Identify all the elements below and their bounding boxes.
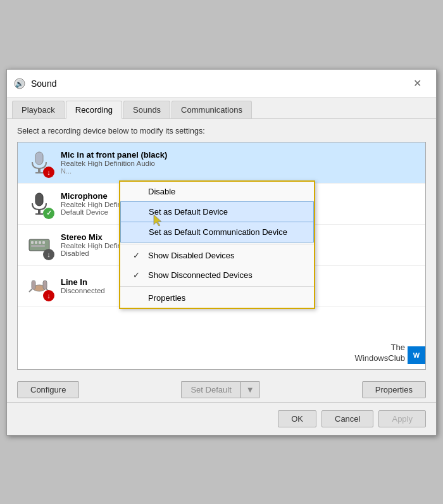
watermark-logo: W <box>408 346 425 364</box>
svg-rect-3 <box>38 168 41 172</box>
svg-rect-5 <box>35 193 43 206</box>
svg-rect-9 <box>31 241 34 244</box>
ctx-set-default-comm[interactable]: Set as Default Communication Device <box>120 222 314 243</box>
ctx-label-set-default-comm: Set as Default Communication Device <box>149 227 287 237</box>
tab-bar: Playback Recording Sounds Communications <box>7 98 436 119</box>
device-icon-4: ↓ <box>24 271 54 301</box>
tab-communications[interactable]: Communications <box>172 101 252 118</box>
svg-rect-4 <box>35 172 43 173</box>
device-driver-1: Realtek High Definition Audio <box>61 160 419 167</box>
ctx-disable[interactable]: Disable <box>120 182 314 201</box>
main-content: Select a recording device below to modif… <box>7 119 436 377</box>
status-badge-3: ↓ <box>43 249 54 260</box>
svg-rect-12 <box>42 241 45 244</box>
apply-button[interactable]: Apply <box>378 410 426 427</box>
title-bar: 🔊 Sound ✕ <box>7 70 436 98</box>
ctx-label-show-disconnected: Show Disconnected Devices <box>148 270 253 280</box>
device-icon-1: ↓ <box>24 148 54 178</box>
svg-text:🔊: 🔊 <box>15 79 24 88</box>
ctx-divider-2 <box>120 286 314 287</box>
action-buttons: OK Cancel Apply <box>278 410 426 427</box>
configure-button[interactable]: Configure <box>17 381 79 398</box>
tab-recording[interactable]: Recording <box>66 101 122 119</box>
watermark-text: The WindowsClub <box>355 343 405 364</box>
dialog-buttons: OK Cancel Apply <box>7 402 436 435</box>
svg-rect-18 <box>43 280 47 289</box>
svg-rect-7 <box>35 213 43 215</box>
ctx-divider-1 <box>120 244 314 244</box>
ctx-show-disconnected[interactable]: ✓ Show Disconnected Devices <box>120 265 314 285</box>
svg-rect-10 <box>35 241 37 244</box>
properties-button[interactable]: Properties <box>362 381 426 398</box>
ctx-show-disabled[interactable]: ✓ Show Disabled Devices <box>120 246 314 265</box>
sound-icon: 🔊 <box>13 77 26 90</box>
set-default-arrow-button[interactable]: ▼ <box>240 381 260 398</box>
svg-rect-6 <box>38 210 41 213</box>
tab-playback[interactable]: Playback <box>12 101 65 118</box>
device-item[interactable]: ↓ Mic in at front panel (black) Realtek … <box>18 142 425 184</box>
svg-rect-17 <box>32 280 35 289</box>
svg-rect-11 <box>39 241 41 244</box>
instruction-text: Select a recording device below to modif… <box>17 127 426 135</box>
cursor-arrow <box>153 213 164 227</box>
device-icon-2: ✓ <box>24 189 54 219</box>
svg-rect-2 <box>35 152 43 165</box>
svg-marker-19 <box>154 215 161 226</box>
ctx-label-disable: Disable <box>148 187 175 196</box>
ctx-check-show-disabled: ✓ <box>133 251 143 260</box>
ok-button[interactable]: OK <box>278 410 316 427</box>
set-default-button[interactable]: Set Default <box>181 381 240 398</box>
window-title: Sound <box>31 79 404 89</box>
device-list: ↓ Mic in at front panel (black) Realtek … <box>17 142 426 370</box>
context-menu: Disable Set as Default Device Set as Def… <box>119 180 315 309</box>
svg-rect-13 <box>31 245 45 247</box>
status-badge-1: ↓ <box>43 167 54 178</box>
ctx-set-default[interactable]: Set as Default Device <box>120 201 314 222</box>
device-name-1: Mic in at front panel (black) <box>61 150 419 160</box>
device-icon-3: ↓ <box>24 230 54 260</box>
ctx-label-show-disabled: Show Disabled Devices <box>148 251 235 260</box>
watermark: The WindowsClub W <box>355 343 425 364</box>
ctx-properties[interactable]: Properties <box>120 288 314 308</box>
device-status-1: N... <box>61 167 419 175</box>
device-info-1: Mic in at front panel (black) Realtek Hi… <box>61 150 419 175</box>
cancel-button[interactable]: Cancel <box>321 410 373 427</box>
tab-sounds[interactable]: Sounds <box>123 101 170 118</box>
status-badge-2: ✓ <box>43 208 54 219</box>
close-button[interactable]: ✕ <box>404 75 430 92</box>
ctx-label-properties: Properties <box>148 293 185 303</box>
sound-dialog: 🔊 Sound ✕ Playback Recording Sounds Comm… <box>6 69 437 436</box>
status-badge-4: ↓ <box>43 290 54 301</box>
ctx-check-show-disconnected: ✓ <box>133 270 143 280</box>
